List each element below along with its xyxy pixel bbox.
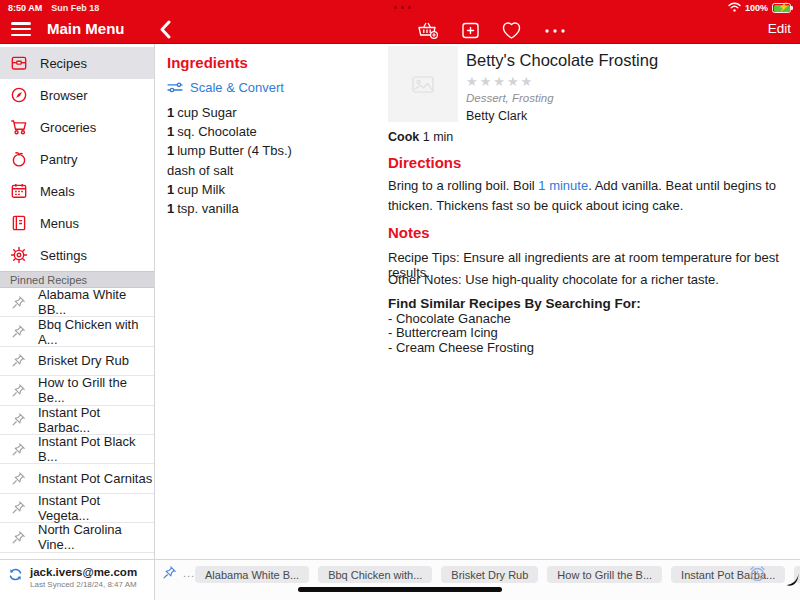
cook-label: Cook	[388, 130, 419, 144]
pinned-recipe-item[interactable]: Instant Pot Barbac...	[0, 406, 154, 435]
sidebar-item-browser[interactable]: Browser	[0, 79, 154, 111]
sidebar-item-label: Pantry	[40, 152, 78, 167]
pinned-recipe-item[interactable]: North Carolina Vine...	[0, 523, 154, 552]
pinned-recipe-item[interactable]: Instant Pot Carnitas	[0, 464, 154, 493]
tabs-overflow-indicator[interactable]: ...	[183, 567, 195, 579]
battery-percent: 100%	[745, 3, 768, 13]
pinned-tab[interactable]: Bbq Chicken with...	[318, 566, 432, 583]
pin-icon	[11, 500, 26, 515]
pin-icon	[11, 383, 26, 398]
similar-recipes-list: - Chocolate Ganache - Buttercream Icing …	[388, 312, 534, 355]
pinned-recipe-label: Instant Pot Barbac...	[38, 405, 154, 435]
pinned-recipe-item[interactable]: Brisket Dry Rub	[0, 347, 154, 376]
pinned-recipe-label: Alabama White BB...	[38, 287, 154, 317]
meals-calendar-icon	[10, 182, 28, 200]
sidebar-item-recipes[interactable]: Recipes	[0, 47, 154, 79]
sidebar-item-label: Browser	[40, 88, 88, 103]
status-time: 8:50 AM	[8, 3, 42, 13]
sidebar-item-label: Recipes	[40, 56, 87, 71]
ingredients-list: 1cup Sugar 1sq. Chocolate 1lump Butter (…	[167, 103, 388, 218]
navigation-bar: Main Menu Edit	[0, 16, 800, 44]
sidebar-item-label: Groceries	[40, 120, 96, 135]
recipe-detail-panel: Betty's Chocolate Frosting ★★★★★ Dessert…	[388, 44, 795, 559]
pin-icon	[11, 412, 26, 427]
page-title: Main Menu	[47, 20, 125, 37]
last-synced-text: Last Synced 2/18/24, 8:47 AM	[30, 580, 137, 589]
rating-stars[interactable]: ★★★★★	[466, 74, 658, 89]
pinned-recipe-item[interactable]: Instant Pot Vegeta...	[0, 494, 154, 523]
ingredients-panel: Ingredients Scale & Convert 1cup Sugar 1…	[155, 44, 388, 559]
pin-icon	[11, 295, 26, 310]
ingredients-heading: Ingredients	[167, 54, 388, 71]
sidebar-item-meals[interactable]: Meals	[0, 175, 154, 207]
favorite-heart-button[interactable]	[501, 21, 522, 44]
scale-convert-button[interactable]: Scale & Convert	[167, 80, 388, 95]
timer-link[interactable]: 1 minute	[538, 178, 588, 193]
ingredient-row: 1sq. Chocolate	[167, 122, 388, 141]
cook-time-row: Cook 1 min	[388, 130, 453, 144]
header-bar: 8:50 AM Sun Feb 18 100% ⚡ Main Menu	[0, 0, 800, 44]
settings-gear-icon	[10, 246, 28, 264]
timer-alarm-icon[interactable]	[748, 564, 767, 583]
pinned-recipe-item[interactable]: Bbq Chicken with A...	[0, 317, 154, 346]
sidebar: Recipes Browser Groceries Pantry Meals	[0, 44, 155, 559]
pinned-recipe-label: Bbq Chicken with A...	[38, 317, 154, 347]
wifi-icon	[728, 2, 741, 14]
sidebar-item-label: Menus	[40, 216, 79, 231]
notes-heading: Notes	[388, 224, 430, 241]
sync-icon[interactable]	[8, 567, 23, 582]
pinned-recipe-label: Instant Pot Carnitas	[38, 471, 152, 486]
pantry-jar-icon	[10, 150, 28, 168]
recipes-box-icon	[10, 54, 28, 72]
add-to-groceries-button[interactable]	[417, 20, 440, 44]
pinned-recipe-item[interactable]: How to Grill the Be...	[0, 376, 154, 405]
sidebar-item-settings[interactable]: Settings	[0, 239, 154, 271]
sidebar-item-label: Settings	[40, 248, 87, 263]
browser-compass-icon	[10, 86, 28, 104]
pinned-tab[interactable]: How to Grill the B...	[547, 566, 662, 583]
groceries-cart-icon	[10, 118, 28, 136]
sliders-icon	[167, 81, 183, 94]
home-indicator[interactable]	[298, 587, 502, 592]
pointer-cursor	[784, 572, 799, 591]
status-date: Sun Feb 18	[51, 3, 99, 13]
sidebar-item-menus[interactable]: Menus	[0, 207, 154, 239]
recipe-author: Betty Clark	[466, 109, 658, 123]
more-options-button[interactable]	[543, 21, 567, 44]
cook-time-value: 1 min	[423, 130, 454, 144]
recipe-title: Betty's Chocolate Frosting	[466, 51, 658, 70]
pinned-tab[interactable]: Alabama White B...	[195, 566, 309, 583]
ingredient-row: 1tsp. vanilla	[167, 199, 388, 218]
pinned-tab[interactable]: Instant Pot Barba...	[671, 566, 785, 583]
edit-button[interactable]: Edit	[768, 21, 791, 36]
directions-heading: Directions	[388, 154, 461, 171]
sidebar-item-groceries[interactable]: Groceries	[0, 111, 154, 143]
scale-convert-label: Scale & Convert	[190, 80, 284, 95]
ingredient-row: 1cup Milk	[167, 180, 388, 199]
pin-icon	[11, 442, 26, 457]
pinned-recipe-label: Instant Pot Black B...	[38, 434, 154, 464]
ingredient-row: dash of salt	[167, 161, 388, 180]
ingredient-row: 1lump Butter (4 Tbs.)	[167, 141, 388, 160]
pinned-recipe-item[interactable]: Instant Pot Black B...	[0, 435, 154, 464]
back-button[interactable]	[159, 20, 171, 43]
pinned-recipe-label: How to Grill the Be...	[38, 375, 154, 405]
account-email: jack.ivers@me.com	[30, 566, 137, 578]
sidebar-item-pantry[interactable]: Pantry	[0, 143, 154, 175]
directions-text: Bring to a rolling boil. Boil 1 minute. …	[388, 176, 793, 216]
pinned-tab[interactable]: Brisket Dry Rub	[441, 566, 538, 583]
recipe-photo-placeholder[interactable]	[388, 46, 458, 122]
pinned-recipe-label: Instant Pot Vegeta...	[38, 493, 154, 523]
pin-icon	[11, 471, 26, 486]
sync-status-footer: jack.ivers@me.com Last Synced 2/18/24, 8…	[0, 559, 155, 600]
pinned-recipes-header: Pinned Recipes	[0, 271, 154, 288]
pin-icon	[11, 324, 26, 339]
pin-icon	[11, 530, 26, 545]
hamburger-menu-icon[interactable]	[11, 22, 31, 37]
pin-icon	[162, 565, 177, 580]
similar-recipe-item: - Cream Cheese Frosting	[388, 341, 534, 355]
sidebar-item-label: Meals	[40, 184, 75, 199]
pinned-recipe-item[interactable]: Alabama White BB...	[0, 288, 154, 317]
add-to-calendar-button[interactable]	[461, 21, 480, 44]
similar-recipe-item: - Buttercream Icing	[388, 326, 534, 340]
